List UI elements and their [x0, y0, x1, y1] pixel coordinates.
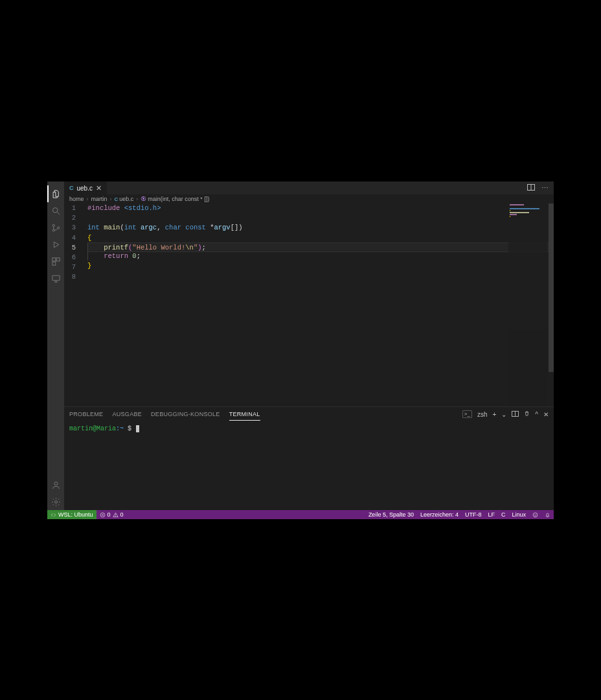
svg-point-13 [54, 500, 57, 503]
status-feedback-icon[interactable] [529, 512, 541, 518]
source-control-icon[interactable] [47, 219, 64, 236]
panel-tab-output[interactable]: AUSGABE [112, 408, 142, 420]
status-problems[interactable]: 0 0 [96, 511, 127, 518]
breadcrumb-symbol[interactable]: main(int, char const * []) [148, 196, 209, 202]
svg-marker-5 [54, 242, 59, 248]
panel-tab-bar: PROBLEME AUSGABE DEBUGGING-KONSOLE TERMI… [64, 407, 554, 421]
editor-tab[interactable]: C ueb.c ✕ [64, 181, 108, 194]
code-editor[interactable]: 12345678 #include <stdio.h>int main(int … [64, 204, 554, 406]
kill-terminal-icon[interactable] [524, 410, 530, 418]
panel-tab-terminal[interactable]: TERMINAL [229, 408, 260, 421]
bottom-panel: PROBLEME AUSGABE DEBUGGING-KONSOLE TERMI… [64, 406, 554, 510]
tab-close-icon[interactable]: ✕ [96, 185, 102, 192]
extensions-icon[interactable] [47, 253, 64, 270]
settings-gear-icon[interactable] [47, 493, 64, 510]
tab-filename: ueb.c [77, 185, 93, 192]
line-number: 6 [64, 253, 82, 262]
line-number: 5 [64, 243, 82, 253]
code-line[interactable]: int main(int argc, char const *argv[]) [87, 223, 554, 233]
remote-icon [51, 512, 56, 518]
panel-tab-problems[interactable]: PROBLEME [69, 408, 103, 420]
warning-icon [113, 512, 119, 518]
remote-indicator[interactable]: WSL: Ubuntu [47, 510, 96, 519]
c-lang-icon: C [69, 185, 74, 191]
remote-label: WSL: Ubuntu [58, 511, 93, 518]
status-indentation[interactable]: Leerzeichen: 4 [417, 511, 462, 518]
terminal-prompt-symbol: $ [128, 425, 131, 432]
error-icon [100, 512, 106, 518]
code-line[interactable]: return 0; [87, 251, 554, 261]
editor-column: C ueb.c ✕ ⋯ home › martin › C ueb.c [64, 181, 554, 510]
more-actions-icon[interactable]: ⋯ [541, 184, 549, 192]
symbol-function-icon: ⦿ [141, 196, 146, 202]
terminal-path: :~ [116, 425, 124, 432]
line-number: 8 [64, 272, 82, 282]
svg-rect-9 [52, 275, 59, 281]
svg-point-12 [54, 482, 58, 485]
minimap[interactable] [508, 204, 547, 406]
shell-name[interactable]: zsh [477, 411, 488, 418]
run-debug-icon[interactable] [47, 236, 64, 253]
code-line[interactable] [87, 271, 554, 281]
tab-bar: C ueb.c ✕ ⋯ [64, 181, 554, 194]
split-terminal-icon[interactable] [512, 411, 519, 418]
activity-bar [47, 181, 64, 510]
breadcrumb-item[interactable]: ueb.c [119, 196, 133, 202]
line-number: 3 [64, 223, 82, 233]
terminal-body[interactable]: martin@Maria:~ $ [64, 421, 554, 510]
chevron-right-icon: › [109, 196, 113, 202]
terminal-user-host: martin@Maria [69, 425, 116, 432]
status-encoding[interactable]: UTF-8 [462, 511, 485, 518]
status-language[interactable]: C [498, 511, 509, 518]
breadcrumb-item[interactable]: martin [91, 196, 108, 202]
status-os[interactable]: Linux [508, 511, 529, 518]
warning-count: 0 [120, 511, 124, 518]
status-bar: WSL: Ubuntu 0 0 Zeile 5, Spalte 30 Leerz… [47, 510, 554, 519]
main-area: C ueb.c ✕ ⋯ home › martin › C ueb.c [47, 181, 554, 510]
terminal-dropdown-icon[interactable]: ⌄ [501, 411, 506, 418]
split-editor-icon[interactable] [527, 184, 535, 192]
line-number: 7 [64, 262, 82, 272]
svg-point-23 [533, 513, 538, 517]
code-line[interactable] [87, 213, 554, 223]
panel-actions: >_ zsh + ⌄ ^ ✕ [462, 410, 549, 418]
svg-point-3 [52, 229, 54, 231]
chevron-right-icon: › [135, 196, 139, 202]
panel-tab-debug-console[interactable]: DEBUGGING-KONSOLE [151, 408, 220, 420]
terminal-cursor [136, 425, 139, 432]
line-number-gutter: 12345678 [64, 204, 82, 406]
code-line[interactable]: printf("Hello World!\n"); [87, 242, 554, 252]
svg-point-0 [52, 207, 58, 213]
status-notifications-icon[interactable] [541, 512, 554, 518]
chevron-right-icon: › [85, 196, 90, 202]
breadcrumbs[interactable]: home › martin › C ueb.c › ⦿ main(int, ch… [64, 194, 554, 204]
status-cursor-position[interactable]: Zeile 5, Spalte 30 [365, 511, 417, 518]
line-number: 4 [64, 233, 82, 243]
line-number: 1 [64, 204, 82, 213]
code-content[interactable]: #include <stdio.h>int main(int argc, cha… [82, 204, 554, 406]
remote-explorer-icon[interactable] [47, 270, 64, 286]
vertical-scrollbar[interactable] [549, 204, 554, 372]
close-panel-icon[interactable]: ✕ [543, 411, 549, 418]
code-line[interactable]: } [87, 261, 554, 271]
c-lang-icon: C [115, 196, 119, 202]
new-terminal-icon[interactable]: + [492, 411, 496, 418]
error-count: 0 [108, 511, 111, 518]
svg-line-1 [57, 212, 60, 215]
shell-icon[interactable]: >_ [462, 410, 472, 418]
svg-rect-6 [52, 257, 55, 261]
vscode-window: C ueb.c ✕ ⋯ home › martin › C ueb.c [47, 181, 554, 519]
code-line[interactable]: #include <stdio.h> [87, 204, 554, 213]
line-number: 2 [64, 213, 82, 223]
maximize-panel-icon[interactable]: ^ [535, 411, 538, 418]
explorer-icon[interactable] [47, 185, 64, 202]
editor-actions: ⋯ [527, 184, 554, 192]
svg-rect-7 [56, 257, 60, 261]
breadcrumb-item[interactable]: home [69, 196, 84, 202]
status-eol[interactable]: LF [484, 511, 498, 518]
code-line[interactable]: { [87, 233, 554, 243]
svg-point-2 [52, 224, 54, 226]
search-icon[interactable] [47, 202, 64, 219]
svg-rect-8 [52, 262, 55, 265]
account-icon[interactable] [47, 476, 64, 493]
